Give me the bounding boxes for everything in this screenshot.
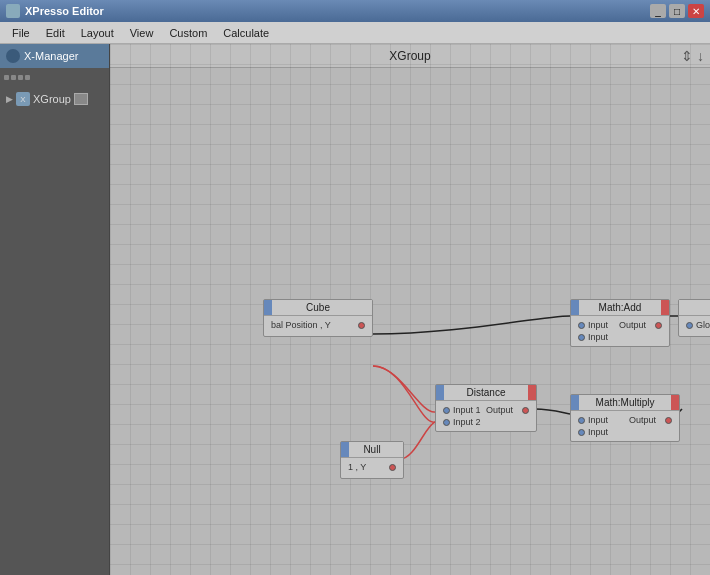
sidebar: X-Manager ▶ X XGroup bbox=[0, 44, 110, 575]
node-distance-body: Input 1 Output Input 2 bbox=[436, 401, 536, 431]
xmanager-label: X-Manager bbox=[24, 50, 78, 62]
math-add-input1-port[interactable] bbox=[578, 322, 585, 329]
distance-input1-port[interactable] bbox=[443, 407, 450, 414]
node-math-add-input1-label: Input bbox=[588, 320, 608, 330]
node-null-output-label: 1 , Y bbox=[348, 462, 366, 472]
node-cube-header: Cube bbox=[264, 300, 372, 316]
node-distance-output-label: Output bbox=[486, 405, 513, 415]
math-multiply-output-port[interactable] bbox=[665, 417, 672, 424]
node-distance-input1-label: Input 1 bbox=[453, 405, 481, 415]
math-multiply-input1-port[interactable] bbox=[578, 417, 585, 424]
node-distance-input2-row: Input 2 bbox=[440, 416, 532, 428]
node-cube-global-header: Cube.1 bbox=[679, 300, 710, 316]
node-math-multiply-title: Math:Multiply bbox=[596, 397, 655, 408]
minimize-button[interactable]: _ bbox=[650, 4, 666, 18]
math-add-output-port[interactable] bbox=[655, 322, 662, 329]
node-null-output-row: 1 , Y bbox=[345, 461, 399, 473]
node-distance-header: Distance bbox=[436, 385, 536, 401]
null-output-port[interactable] bbox=[389, 464, 396, 471]
close-button[interactable]: ✕ bbox=[688, 4, 704, 18]
node-math-add[interactable]: Math:Add Input Output Input bbox=[570, 299, 670, 347]
node-cube-global-input-row: Global Position bbox=[683, 319, 710, 331]
node-math-multiply-header: Math:Multiply bbox=[571, 395, 679, 411]
menu-calculate[interactable]: Calculate bbox=[215, 25, 277, 41]
math-add-input2-port[interactable] bbox=[578, 334, 585, 341]
menu-file[interactable]: File bbox=[4, 25, 38, 41]
menu-bar: File Edit Layout View Custom Calculate bbox=[0, 22, 710, 44]
node-null-body: 1 , Y bbox=[341, 458, 403, 478]
node-math-multiply-input2-label: Input bbox=[588, 427, 608, 437]
distance-input2-port[interactable] bbox=[443, 419, 450, 426]
tree-item-xgroup[interactable]: ▶ X XGroup bbox=[2, 90, 107, 108]
title-bar: XPresso Editor _ □ ✕ bbox=[0, 0, 710, 22]
tree-arrow: ▶ bbox=[6, 94, 13, 104]
xgroup-label: XGroup bbox=[33, 93, 71, 105]
node-cube-global-input-label: Global Position bbox=[696, 320, 710, 330]
node-cube-title: Cube bbox=[306, 302, 330, 313]
node-null-title: Null bbox=[363, 444, 380, 455]
node-cube[interactable]: Cube bal Position , Y bbox=[263, 299, 373, 337]
node-math-add-input2-row: Input bbox=[575, 331, 665, 343]
xmanager-tab[interactable]: X-Manager bbox=[0, 44, 109, 68]
math-multiply-input2-port[interactable] bbox=[578, 429, 585, 436]
node-math-multiply[interactable]: Math:Multiply Input Output Input bbox=[570, 394, 680, 442]
node-math-add-output-label: Output bbox=[619, 320, 646, 330]
node-distance[interactable]: Distance Input 1 Output Input 2 bbox=[435, 384, 537, 432]
menu-layout[interactable]: Layout bbox=[73, 25, 122, 41]
xgroup-toggle[interactable] bbox=[74, 93, 88, 105]
dot1 bbox=[4, 75, 9, 80]
node-math-add-header: Math:Add bbox=[571, 300, 669, 316]
dot4 bbox=[25, 75, 30, 80]
node-math-multiply-input1-label: Input bbox=[588, 415, 608, 425]
menu-custom[interactable]: Custom bbox=[161, 25, 215, 41]
node-math-add-input1-row: Input Output bbox=[575, 319, 665, 331]
app-icon bbox=[6, 4, 20, 18]
node-cube-global[interactable]: Cube.1 Global Position bbox=[678, 299, 710, 337]
sidebar-dots bbox=[0, 68, 109, 86]
node-null[interactable]: Null 1 , Y bbox=[340, 441, 404, 479]
node-math-multiply-input1-row: Input Output bbox=[575, 414, 675, 426]
node-null-header: Null bbox=[341, 442, 403, 458]
dot2 bbox=[11, 75, 16, 80]
menu-edit[interactable]: Edit bbox=[38, 25, 73, 41]
node-math-add-body: Input Output Input bbox=[571, 316, 669, 346]
node-cube-global-body: Global Position bbox=[679, 316, 710, 336]
main-layout: X-Manager ▶ X XGroup XGroup ⇕ ↓ bbox=[0, 44, 710, 575]
window-controls: _ □ ✕ bbox=[650, 4, 704, 18]
node-distance-title: Distance bbox=[467, 387, 506, 398]
window-title: XPresso Editor bbox=[25, 5, 650, 17]
xgroup-icon: X bbox=[16, 92, 30, 106]
node-cube-output-label: bal Position , Y bbox=[271, 320, 331, 330]
node-math-multiply-body: Input Output Input bbox=[571, 411, 679, 441]
node-math-add-input2-label: Input bbox=[588, 332, 608, 342]
node-distance-input1-row: Input 1 Output bbox=[440, 404, 532, 416]
menu-view[interactable]: View bbox=[122, 25, 162, 41]
node-distance-input2-label: Input 2 bbox=[453, 417, 481, 427]
maximize-button[interactable]: □ bbox=[669, 4, 685, 18]
canvas-area[interactable]: XGroup ⇕ ↓ Cub bbox=[110, 44, 710, 575]
dot3 bbox=[18, 75, 23, 80]
node-math-multiply-output-label: Output bbox=[629, 415, 656, 425]
distance-output-port[interactable] bbox=[522, 407, 529, 414]
cube-global-input-port[interactable] bbox=[686, 322, 693, 329]
node-math-multiply-input2-row: Input bbox=[575, 426, 675, 438]
node-cube-output-row: bal Position , Y bbox=[268, 319, 368, 331]
node-cube-body: bal Position , Y bbox=[264, 316, 372, 336]
tab-dot bbox=[6, 49, 20, 63]
sidebar-tree: ▶ X XGroup bbox=[0, 86, 109, 112]
cube-output-port[interactable] bbox=[358, 322, 365, 329]
node-math-add-title: Math:Add bbox=[599, 302, 642, 313]
